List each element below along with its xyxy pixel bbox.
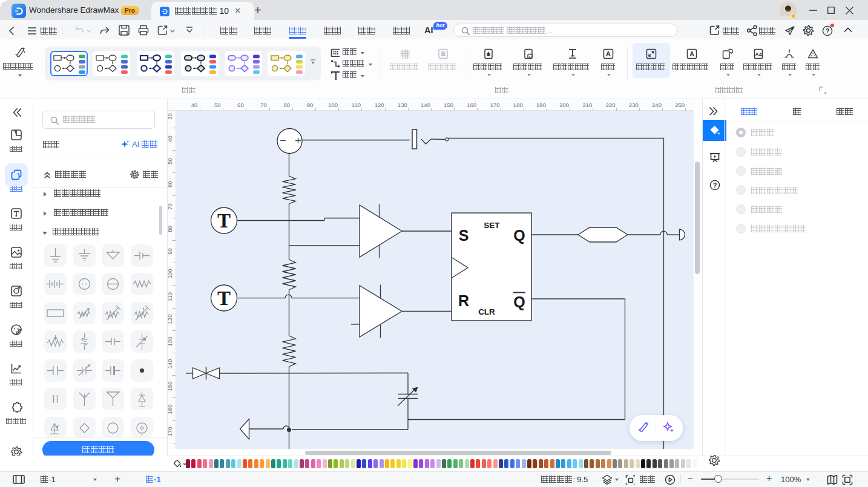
svg-text:Q: Q [513,293,525,310]
svg-text:?: ? [713,181,717,189]
svg-text:T: T [217,287,231,309]
svg-text:?: ? [826,27,830,34]
svg-text:A: A [606,50,611,57]
svg-text:A: A [689,50,694,57]
svg-text:Q: Q [513,227,525,244]
svg-text:S: S [459,227,469,244]
svg-text:T: T [217,210,231,232]
svg-text:A4: A4 [755,51,762,57]
svg-text:SET: SET [484,221,500,230]
svg-text:R: R [458,292,469,309]
svg-text:CLR: CLR [478,307,495,316]
